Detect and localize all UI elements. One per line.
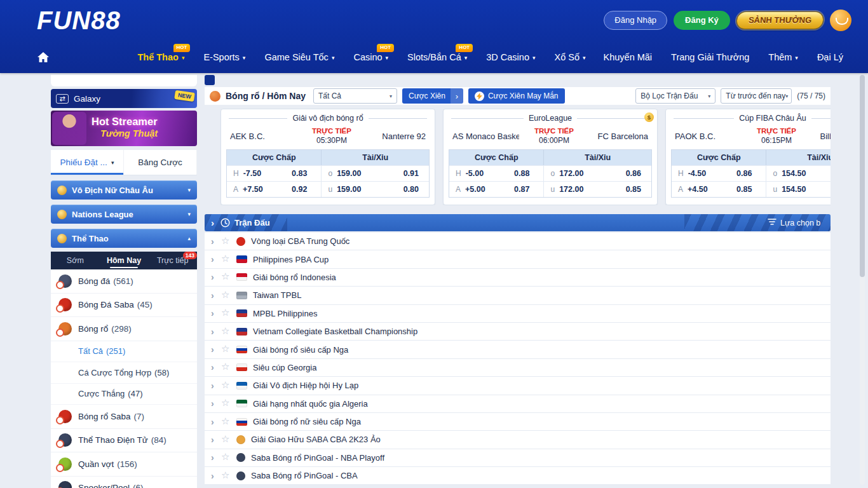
chevron-right-icon[interactable]: ›	[211, 398, 221, 409]
nav-item[interactable]: HOT 3D Casino ▾	[477, 52, 545, 62]
nav-item[interactable]: HOT Game Siêu Tốc ▾	[255, 52, 344, 62]
chevron-right-icon[interactable]: ›	[211, 435, 221, 445]
time-tab[interactable]: Hôm Nay	[100, 252, 149, 269]
chevron-right-icon[interactable]: ›	[211, 327, 221, 337]
handicap-odds-cell[interactable]: A +7.50 0.92	[227, 182, 322, 197]
promo-banner[interactable]: Hot Streamer Tường Thuật	[51, 111, 197, 146]
chevron-right-icon[interactable]: ›	[211, 308, 221, 318]
total-odds-cell[interactable]: u 154.50	[766, 182, 831, 197]
sport-row[interactable]: Bóng rổ (298)	[51, 317, 197, 341]
favorite-star-icon[interactable]: ☆	[221, 470, 236, 481]
handicap-odds-cell[interactable]: H -5.00 0.88	[449, 166, 544, 181]
chevron-right-icon[interactable]: ›	[211, 344, 221, 355]
rewards-lobby-button[interactable]: SẢNH THƯỞNG	[736, 11, 825, 29]
nav-item[interactable]: HOT Slots/Bắn Cá ▾	[398, 52, 477, 62]
page-scrollbar[interactable]	[860, 75, 865, 485]
time-tab[interactable]: Trực tiếp 143	[148, 252, 197, 269]
sidebar-section-header[interactable]: Thể Thao ▴	[51, 229, 197, 248]
league-row[interactable]: › ☆ Siêu cúp Georgia	[205, 359, 831, 377]
sport-subcategory[interactable]: Tất Cả (251)	[51, 341, 197, 363]
favorite-star-icon[interactable]: ☆	[221, 397, 236, 409]
handicap-odds-cell[interactable]: H -4.50 0.86	[672, 166, 766, 181]
nav-item[interactable]: Thêm ▾	[760, 52, 806, 62]
nav-item[interactable]: HOT Casino ▾	[344, 52, 398, 62]
favorite-star-icon[interactable]: ☆	[221, 253, 236, 264]
league-row[interactable]: › ☆ Vietnam Collegiate Basketball Champi…	[205, 323, 831, 341]
league-row[interactable]: › ☆ Saba Bóng rổ PinGoal - NBA Playoff	[205, 449, 831, 467]
handicap-odds-cell[interactable]: A +4.50 0.85	[672, 182, 766, 197]
favorite-star-icon[interactable]: ☆	[221, 451, 236, 463]
nav-item[interactable]: HOT Thể Thao ▾	[128, 52, 194, 62]
league-filter-select[interactable]: Tất Cả ▾	[313, 88, 397, 104]
sport-subcategory[interactable]: Cược Thắng (47)	[51, 384, 197, 405]
favorite-star-icon[interactable]: ☆	[221, 361, 236, 372]
chevron-right-icon[interactable]: ›	[211, 362, 221, 372]
tab-odds-board[interactable]: Bảng Cược	[124, 150, 197, 175]
scrollbar-thumb[interactable]	[860, 75, 865, 277]
favorite-star-icon[interactable]: ☆	[221, 271, 236, 282]
nav-item[interactable]: HOT Xổ Số ▾	[545, 52, 595, 62]
sidebar-section-header[interactable]: Vô Địch Nữ Châu Âu ▾	[51, 180, 197, 200]
favorite-star-icon[interactable]: ☆	[221, 416, 236, 427]
sport-row[interactable]: Bóng rổ Saba (7)	[51, 405, 197, 429]
sport-subcategory[interactable]: Cá Cược Tổng Hợp (58)	[51, 362, 197, 384]
league-row[interactable]: › ☆ Giải bóng rổ siêu cấp Nga	[205, 341, 831, 358]
selection-filter[interactable]: Lựa chọn b	[768, 214, 820, 231]
chevron-right-icon[interactable]: ›	[211, 272, 221, 282]
favorite-star-icon[interactable]: ☆	[221, 235, 236, 247]
time-tab[interactable]: Sớm	[51, 252, 100, 269]
home-icon[interactable]	[37, 51, 120, 63]
match-filter-select[interactable]: Bộ Lọc Trận Đấu ▾	[635, 88, 715, 104]
chevron-right-icon[interactable]: ›	[211, 236, 221, 247]
time-range-select[interactable]: Từ trước đến nay ▾	[721, 88, 792, 104]
galaxy-banner[interactable]: ⇄ Galaxy NEW	[51, 89, 197, 108]
league-row[interactable]: › ☆ Vòng loại CBA Trung Quốc	[205, 233, 831, 250]
favorite-star-icon[interactable]: ☆	[221, 433, 236, 445]
league-row[interactable]: › ☆ Giải hạng nhất quốc gia Algeria	[205, 395, 831, 413]
nav-item[interactable]: Trang Giải Thưởng	[663, 52, 757, 62]
login-button[interactable]: Đăng Nhập	[604, 11, 667, 30]
favorite-star-icon[interactable]: ☆	[221, 379, 236, 391]
sport-row[interactable]: Snooker/Pool (6)	[51, 477, 197, 488]
chevron-right-icon[interactable]: ›	[211, 417, 221, 427]
search-box-partial[interactable]	[51, 75, 197, 86]
chevron-right-icon[interactable]: ›	[211, 254, 221, 264]
parlay-button[interactable]: Cược Xiên ›	[402, 88, 463, 104]
chevron-right-icon[interactable]: ›	[211, 471, 221, 481]
favorite-star-icon[interactable]: ☆	[221, 325, 236, 337]
league-row[interactable]: › ☆ Giải Vô địch Hiệp hội Hy Lạp	[205, 377, 831, 395]
league-row[interactable]: › ☆ Giải Giao Hữu SABA CBA 2K23 Ảo	[205, 431, 831, 449]
league-row[interactable]: › ☆ MPBL Philippines	[205, 305, 831, 323]
chevron-right-icon[interactable]: ›	[211, 381, 221, 391]
chevron-right-icon[interactable]: ›	[211, 290, 221, 301]
chevron-right-icon[interactable]: ›	[211, 452, 221, 463]
nav-item[interactable]: HOT E-Sports ▾	[194, 52, 255, 62]
sport-row[interactable]: Bóng Đá Saba (45)	[51, 294, 197, 318]
sport-row[interactable]: Bóng đá (561)	[51, 269, 197, 294]
favorite-star-icon[interactable]: ☆	[221, 343, 236, 355]
collapse-chevron-icon[interactable]: ›	[211, 217, 214, 228]
total-odds-cell[interactable]: o 172.00 0.86	[544, 166, 651, 181]
handicap-odds-cell[interactable]: A +5.00 0.87	[449, 182, 544, 197]
support-icon[interactable]	[830, 10, 851, 31]
sport-row[interactable]: Quần vợt (156)	[51, 452, 197, 477]
favorite-star-icon[interactable]: ☆	[221, 307, 236, 318]
league-row[interactable]: › ☆ Philippines PBA Cup	[205, 250, 831, 268]
league-row[interactable]: › ☆ Saba Bóng rổ PinGoal - CBA	[205, 467, 831, 485]
league-row[interactable]: › ☆ Taiwan TPBL	[205, 287, 831, 304]
nav-item[interactable]: Đại Lý	[809, 52, 851, 62]
sidebar-section-header[interactable]: Nations League ▾	[51, 205, 197, 224]
total-odds-cell[interactable]: o 159.00 0.91	[322, 166, 429, 181]
total-odds-cell[interactable]: u 159.00 0.80	[322, 182, 429, 197]
total-odds-cell[interactable]: u 172.00 0.85	[544, 182, 651, 197]
total-odds-cell[interactable]: o 154.50	[766, 166, 831, 181]
handicap-odds-cell[interactable]: H -7.50 0.83	[227, 166, 322, 181]
tab-bet-slip[interactable]: Phiếu Đặt ... ▾	[51, 150, 124, 175]
league-row[interactable]: › ☆ Giải bóng rổ nữ siêu cấp Nga	[205, 413, 831, 431]
register-button[interactable]: Đăng Ký	[674, 11, 730, 30]
sport-row[interactable]: Thể Thao Điện Tử (84)	[51, 429, 197, 453]
league-row[interactable]: › ☆ Giải bóng rổ Indonesia	[205, 269, 831, 287]
favorite-star-icon[interactable]: ☆	[221, 289, 236, 301]
nav-item[interactable]: Khuyến Mãi	[595, 52, 661, 62]
lucky-parlay-button[interactable]: Cược Xiên May Mắn	[468, 88, 565, 104]
